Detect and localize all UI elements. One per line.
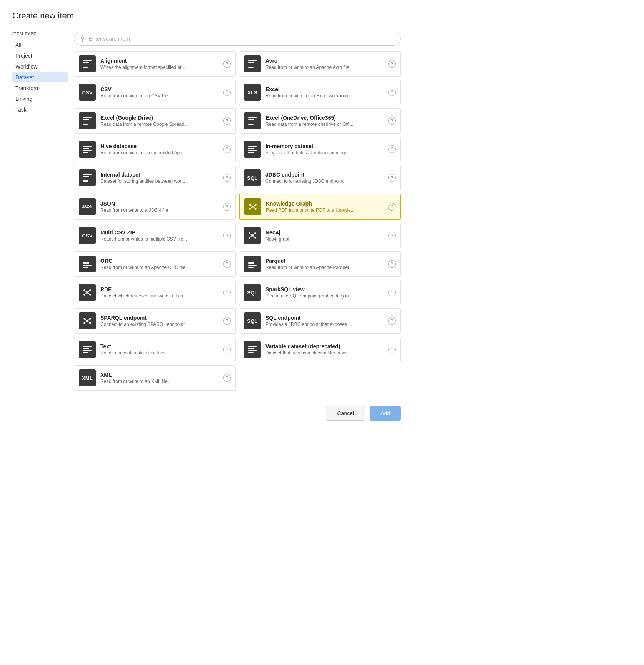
sidebar-item-task[interactable]: Task <box>12 105 68 115</box>
help-icon-avro[interactable]: ? <box>388 60 396 68</box>
sidebar-item-dataset[interactable]: Dataset <box>12 72 68 82</box>
item-card-alignment[interactable]: AlignmentWrites the alignment format spe… <box>74 51 236 77</box>
item-desc-text: Reads and writes plain text files. <box>100 350 219 356</box>
help-icon-excel-gdrive[interactable]: ? <box>223 117 231 125</box>
item-card-internal[interactable]: Internal datasetDataset for storing enti… <box>74 165 236 190</box>
svg-line-17 <box>252 236 255 238</box>
help-icon-inmemory[interactable]: ? <box>388 145 396 153</box>
help-icon-text[interactable]: ? <box>223 346 231 353</box>
rdf-icon <box>79 284 96 301</box>
help-icon-orc[interactable]: ? <box>223 260 231 268</box>
help-icon-neo4j[interactable]: ? <box>388 232 396 239</box>
item-desc-alignment: Writes the alignment format specified at… <box>100 65 219 70</box>
excel-onedrive-icon <box>244 112 261 129</box>
help-icon-knowledge-graph[interactable]: ? <box>388 203 395 211</box>
help-icon-hive[interactable]: ? <box>223 145 231 153</box>
item-info-internal: Internal datasetDataset for storing enti… <box>100 172 219 184</box>
item-card-text[interactable]: TextReads and writes plain text files.? <box>74 337 236 362</box>
item-card-inmemory[interactable]: In-memory datasetA Dataset that holds al… <box>239 137 401 162</box>
item-card-excel-onedrive[interactable]: Excel (OneDrive, Office365)Read data fro… <box>239 108 401 134</box>
svg-line-5 <box>250 204 253 207</box>
item-desc-multi-csv: Reads from or writes to multiple CSV fil… <box>100 236 219 242</box>
item-card-variable-dataset[interactable]: Variable dataset (deprecated)Dataset tha… <box>239 337 401 362</box>
item-desc-xml: Read from or write to an XML file. <box>100 379 219 384</box>
cancel-button[interactable]: Cancel <box>326 406 365 421</box>
item-card-rdf[interactable]: RDFDataset which retrieves and writes al… <box>74 280 236 305</box>
help-icon-variable-dataset[interactable]: ? <box>388 346 396 353</box>
sql-endpoint-icon: SQL <box>244 312 261 329</box>
sparksql-icon: SQL <box>244 284 261 301</box>
item-info-json: JSONRead from or write to a JSON file. <box>100 201 219 213</box>
help-icon-sparql[interactable]: ? <box>223 317 231 325</box>
help-icon-excel-onedrive[interactable]: ? <box>388 117 396 125</box>
item-card-jdbc[interactable]: SQLJDBC endpointConnect to an existing J… <box>239 165 401 190</box>
item-card-parquet[interactable]: ParquetRead from or write to an Apache P… <box>239 251 401 277</box>
svg-line-33 <box>87 319 90 321</box>
help-icon-internal[interactable]: ? <box>223 174 231 182</box>
inmemory-icon <box>244 141 261 158</box>
item-desc-sql-endpoint: Provides a JDBC endpoint that exposes ..… <box>265 322 384 327</box>
avro-icon <box>244 55 261 72</box>
item-card-excel-gdrive[interactable]: Excel (Google Drive)Read data from a rem… <box>74 108 236 134</box>
help-icon-multi-csv[interactable]: ? <box>223 232 231 239</box>
item-card-multi-csv[interactable]: CSVMulti CSV ZIPReads from or writes to … <box>74 223 236 248</box>
item-card-hive[interactable]: Hive databaseRead from or write to an em… <box>74 137 236 162</box>
help-icon-alignment[interactable]: ? <box>223 60 231 68</box>
svg-line-26 <box>87 292 90 295</box>
sidebar-item-workflow[interactable]: Workflow <box>12 62 68 72</box>
item-card-avro[interactable]: AvroRead from or write to an Apache Avro… <box>239 51 401 77</box>
help-icon-json[interactable]: ? <box>223 203 231 211</box>
svg-line-14 <box>250 233 252 236</box>
item-card-sql-endpoint[interactable]: SQLSQL endpointProvides a JDBC endpoint … <box>239 308 401 334</box>
help-icon-xml[interactable]: ? <box>223 374 231 382</box>
item-card-sparksql[interactable]: SQLSparkSQL viewPlease use SQL endpoint … <box>239 280 401 305</box>
item-card-sparql[interactable]: SPARQL endpointConnect to an existing SP… <box>74 308 236 334</box>
item-info-rdf: RDFDataset which retrieves and writes al… <box>100 286 219 299</box>
sidebar-item-project[interactable]: Project <box>12 51 68 61</box>
item-desc-variable-dataset: Dataset that acts as a placeholder in wo… <box>265 350 384 356</box>
item-card-json[interactable]: JSONJSONRead from or write to a JSON fil… <box>74 194 236 220</box>
item-card-excel[interactable]: XLSExcelRead from or write to an Excel w… <box>239 80 401 105</box>
svg-line-6 <box>253 204 255 207</box>
item-info-orc: ORCRead from or write to an Apache ORC f… <box>100 258 219 270</box>
help-icon-sql-endpoint[interactable]: ? <box>388 317 396 325</box>
item-card-orc[interactable]: ORCRead from or write to an Apache ORC f… <box>74 251 236 277</box>
sidebar-item-all[interactable]: All <box>12 40 68 50</box>
csv-icon: CSV <box>79 84 96 101</box>
add-button[interactable]: Add <box>370 406 401 421</box>
item-info-neo4j: Neo4jNeo4j graph <box>265 229 384 242</box>
item-desc-hive: Read from or write to an embedded Apa... <box>100 150 219 155</box>
main-content: ITEM TYPE AllProjectWorkflowDatasetTrans… <box>12 32 401 391</box>
item-card-knowledge-graph[interactable]: Knowledge GraphRead RDF from or write RD… <box>239 194 401 220</box>
item-info-parquet: ParquetRead from or write to an Apache P… <box>265 258 384 270</box>
excel-icon: XLS <box>244 84 261 101</box>
item-desc-excel: Read from or write to an Excel workbook.… <box>265 93 384 99</box>
item-name-xml: XML <box>100 372 219 378</box>
help-icon-jdbc[interactable]: ? <box>388 174 396 182</box>
item-desc-orc: Read from or write to an Apache ORC file… <box>100 265 219 270</box>
item-desc-excel-gdrive: Read data from a remote Google Spread... <box>100 122 219 127</box>
svg-line-23 <box>85 290 87 292</box>
search-input[interactable] <box>89 36 394 42</box>
help-icon-sparksql[interactable]: ? <box>388 289 396 296</box>
item-info-text: TextReads and writes plain text files. <box>100 343 219 356</box>
item-desc-parquet: Read from or write to an Apache Parquet.… <box>265 265 384 270</box>
item-card-neo4j[interactable]: Neo4jNeo4j graph? <box>239 223 401 248</box>
parquet-icon <box>244 256 261 272</box>
help-icon-excel[interactable]: ? <box>388 89 396 96</box>
sidebar-item-linking[interactable]: Linking <box>12 94 68 104</box>
help-icon-rdf[interactable]: ? <box>223 289 231 296</box>
item-desc-neo4j: Neo4j graph <box>265 236 384 242</box>
item-desc-csv: Read from or write to an CSV file. <box>100 93 219 99</box>
item-info-excel-onedrive: Excel (OneDrive, Office365)Read data fro… <box>265 115 384 127</box>
help-icon-parquet[interactable]: ? <box>388 260 396 268</box>
item-name-hive: Hive database <box>100 143 219 149</box>
item-desc-sparksql: Please use SQL endpoint (embedded) in... <box>265 293 384 299</box>
item-card-csv[interactable]: CSVCSVRead from or write to an CSV file.… <box>74 80 236 105</box>
excel-gdrive-icon <box>79 112 96 129</box>
right-panel: ⚲ AlignmentWrites the alignment format s… <box>74 32 401 391</box>
item-card-xml[interactable]: XMLXMLRead from or write to an XML file.… <box>74 365 236 391</box>
help-icon-csv[interactable]: ? <box>223 89 231 96</box>
sidebar-item-transform[interactable]: Transform <box>12 83 68 93</box>
items-grid: AlignmentWrites the alignment format spe… <box>74 51 401 391</box>
